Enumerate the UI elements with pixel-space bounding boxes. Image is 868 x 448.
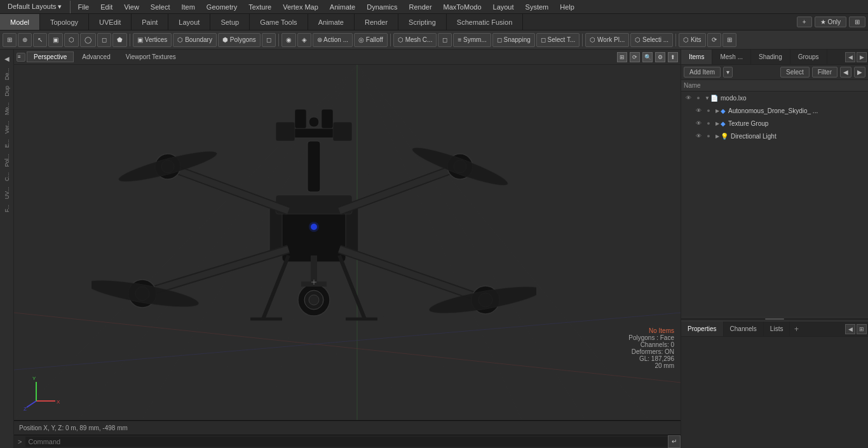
sidebar-label-uv[interactable]: UV... — [3, 184, 11, 201]
symm-btn[interactable]: ≡ Symm... — [453, 33, 491, 47]
rb-tab-properties[interactable]: Properties — [681, 322, 724, 336]
menu-animate[interactable]: Animate — [325, 2, 360, 12]
sidebar-label-me[interactable]: Me... — [3, 100, 11, 118]
boundary-btn[interactable]: ⬡ Boundary — [173, 33, 217, 47]
select-arrow-btn[interactable]: ↖ — [33, 33, 47, 47]
eye-drone[interactable]: 👁 — [694, 106, 703, 115]
rb-collapse-btn[interactable]: ◀ — [845, 324, 855, 334]
add-item-dropdown[interactable]: ▾ — [723, 67, 733, 78]
vp-tab-advanced[interactable]: Advanced — [75, 51, 117, 62]
mode-tab-scripting[interactable]: Scripting — [398, 14, 447, 30]
mode-tab-layout[interactable]: Layout — [168, 14, 210, 30]
select-t-btn[interactable]: ◻ Select T... — [536, 33, 580, 47]
layout-selector[interactable]: Default Layouts ▾ — [3, 1, 67, 12]
eye-modo-lxo[interactable]: 👁 — [684, 93, 693, 102]
menu-vertex-map[interactable]: Vertex Map — [278, 2, 323, 12]
vertices-btn[interactable]: ▣ Vertices — [133, 33, 172, 47]
eye2-dir-light[interactable]: ● — [704, 132, 713, 140]
sidebar-toggle[interactable]: ◀ — [1, 52, 13, 65]
vp-expand-btn[interactable]: ⬆ — [668, 52, 678, 62]
menu-select[interactable]: Select — [146, 2, 175, 12]
menu-system[interactable]: System — [520, 2, 554, 12]
star-only-btn[interactable]: ★ Only — [815, 17, 846, 27]
action-btn[interactable]: ⊛ Action ... — [313, 33, 353, 47]
rb-expand-btn[interactable]: ⊞ — [857, 324, 867, 334]
rb-tab-channels[interactable]: Channels — [724, 322, 764, 336]
menu-view[interactable]: View — [119, 2, 144, 12]
expand-items-btn[interactable]: ▶ — [854, 67, 865, 78]
rect-select-btn[interactable]: ▣ — [48, 33, 63, 47]
work-pl-btn[interactable]: ⬡ Work Pl... — [585, 33, 629, 47]
expand-texture-group[interactable]: ▶ — [714, 120, 721, 126]
menu-file[interactable]: File — [73, 2, 95, 12]
right-expand-btn[interactable]: ▶ — [857, 52, 867, 62]
expand-modo-lxo[interactable]: ▼ — [704, 95, 710, 101]
expand-mode-btn[interactable]: ⊞ — [849, 17, 865, 27]
sidebar-label-e[interactable]: E... — [3, 137, 11, 151]
sidebar-label-f[interactable]: F... — [3, 202, 11, 215]
snap1-btn[interactable]: ◉ — [281, 33, 296, 47]
command-input[interactable] — [25, 437, 668, 447]
center-icon-btn[interactable]: ⊕ — [18, 33, 32, 47]
vp-reset-btn[interactable]: ⟳ — [630, 52, 640, 62]
polygons-btn[interactable]: ⬢ Polygons — [218, 33, 261, 47]
menu-render[interactable]: Render — [404, 2, 437, 12]
add-item-btn[interactable]: Add Item — [684, 67, 721, 78]
menu-edit[interactable]: Edit — [95, 2, 118, 12]
mode-tab-gametools[interactable]: Game Tools — [250, 14, 308, 30]
vp-settings-btn[interactable]: ⚙ — [655, 52, 665, 62]
menu-help[interactable]: Help — [555, 2, 580, 12]
expand-dir-light[interactable]: ▶ — [714, 133, 721, 139]
grid-btn2[interactable]: ⊞ — [722, 33, 736, 47]
sidebar-label-de[interactable]: De... — [3, 65, 11, 83]
right-collapse-btn[interactable]: ◀ — [845, 52, 855, 62]
square-btn[interactable]: ◻ — [97, 33, 111, 47]
eye2-drone[interactable]: ● — [704, 106, 713, 115]
eye2-texture-group[interactable]: ● — [704, 119, 713, 128]
vp-menu-btn[interactable]: ≡ — [17, 53, 25, 62]
sidebar-label-dup[interactable]: Dup — [3, 83, 11, 99]
vp-tab-viewport-textures[interactable]: Viewport Textures — [119, 51, 183, 62]
right-tab-mesh[interactable]: Mesh ... — [712, 50, 751, 64]
diamond-btn[interactable]: ⬟ — [112, 33, 127, 47]
eye-texture-group[interactable]: 👁 — [694, 119, 703, 128]
circle-select-btn[interactable]: ◯ — [80, 33, 96, 47]
mode-tab-topology[interactable]: Topology — [40, 14, 89, 30]
eye-dir-light[interactable]: 👁 — [694, 132, 703, 140]
vp-tab-perspective[interactable]: Perspective — [27, 51, 74, 62]
mode-tab-setup[interactable]: Setup — [210, 14, 250, 30]
mode-tab-animate[interactable]: Animate — [308, 14, 355, 30]
vp-fit-btn[interactable]: ⊞ — [617, 52, 627, 62]
rb-tab-lists[interactable]: Lists — [764, 322, 790, 336]
mode-tab-uvedit[interactable]: UVEdit — [89, 14, 132, 30]
collapse-items-btn[interactable]: ◀ — [840, 67, 851, 78]
rb-add-tab-btn[interactable]: + — [790, 325, 803, 334]
right-tab-groups[interactable]: Groups — [790, 50, 827, 64]
vp-search-btn[interactable]: 🔍 — [642, 52, 653, 62]
menu-layout[interactable]: Layout — [488, 2, 519, 12]
selecti-btn[interactable]: ⬡ Selecti ... — [630, 33, 673, 47]
item-row-texture-group[interactable]: 👁 ● ▶ ◆ Texture Group — [681, 117, 868, 130]
filter-items-btn[interactable]: Filter — [812, 67, 837, 78]
command-submit-btn[interactable]: ↵ — [668, 435, 681, 448]
sidebar-label-c[interactable]: C... — [3, 170, 11, 184]
viewport-canvas[interactable]: No Items Polygons : Face Channels: 0 Def… — [14, 65, 681, 420]
mode-tab-model[interactable]: Model — [0, 14, 40, 30]
snap2-btn[interactable]: ◈ — [297, 33, 311, 47]
lasso-btn[interactable]: ⬡ — [64, 33, 79, 47]
item-row-drone[interactable]: 👁 ● ▶ ◆ Autonomous_Drone_Skydio_ ... — [681, 104, 868, 117]
mesh-c-btn[interactable]: ⬡ Mesh C... — [393, 33, 437, 47]
menu-geometry[interactable]: Geometry — [201, 2, 242, 12]
right-tab-shading[interactable]: Shading — [751, 50, 790, 64]
item-row-modo-lxo[interactable]: 👁 ● ▼ 📄 modo.lxo — [681, 92, 868, 104]
item-row-dir-light[interactable]: 👁 ● ▶ 💡 Directional Light — [681, 130, 868, 142]
snapping-btn[interactable]: ◻ Snapping — [492, 33, 535, 47]
sidebar-label-ver[interactable]: Ver... — [3, 118, 11, 137]
right-tab-items[interactable]: Items — [681, 50, 712, 64]
mode-extra-btn[interactable]: ◻ — [262, 33, 276, 47]
falloff-btn[interactable]: ◎ Falloff — [354, 33, 388, 47]
sidebar-label-pol[interactable]: Pol... — [3, 151, 11, 170]
menu-item[interactable]: Item — [176, 2, 200, 12]
refresh-btn[interactable]: ⟳ — [707, 33, 721, 47]
eye2-modo-lxo[interactable]: ● — [694, 93, 703, 102]
